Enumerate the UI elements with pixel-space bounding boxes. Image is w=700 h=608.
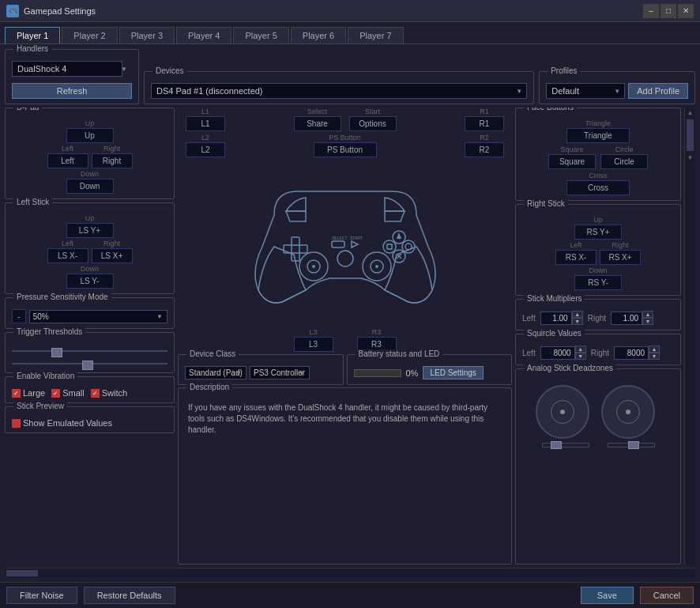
horizontal-scrollbar[interactable] (5, 568, 695, 577)
close-button[interactable]: ✕ (678, 4, 694, 18)
tab-player6[interactable]: Player 6 (291, 27, 346, 43)
select-toplabel: Select (294, 108, 341, 115)
mult-left-up[interactable]: ▲ (572, 311, 583, 318)
tab-player3[interactable]: Player 3 (119, 27, 175, 43)
refresh-button[interactable]: Refresh (12, 83, 132, 99)
trigger-slider-1-thumb[interactable] (51, 348, 62, 357)
squircle-right-input[interactable] (614, 346, 649, 360)
sensitivity-select-wrapper: 50% (29, 310, 167, 323)
profile-select[interactable]: Default (546, 83, 625, 99)
scroll-up-arrow[interactable]: ▲ (685, 108, 695, 118)
horiz-scroll-thumb[interactable] (6, 570, 38, 576)
ls-up-button[interactable]: LS Y+ (66, 223, 114, 238)
main-scrollbar[interactable]: ▲ ▼ (684, 108, 695, 565)
vibration-large-checkbox[interactable]: Large (12, 388, 45, 398)
vibration-switch-check (91, 389, 100, 398)
trigger-slider-1[interactable] (12, 350, 167, 352)
vibration-switch-checkbox[interactable]: Switch (91, 388, 127, 398)
mult-right-down[interactable]: ▼ (642, 318, 653, 325)
dpad-up-button[interactable]: Up (66, 128, 114, 143)
device-select[interactable]: DS4 Pad #1 (disconnected) (151, 83, 527, 99)
circle-button[interactable]: Circle (600, 154, 648, 169)
triangle-button[interactable]: Triangle (566, 128, 630, 143)
handler-select[interactable]: DualShock 4 (12, 61, 122, 77)
ls-right-button[interactable]: LS X+ (92, 248, 133, 263)
tab-player5[interactable]: Player 5 (233, 27, 288, 43)
r1-button[interactable]: R1 (465, 116, 504, 131)
rs-right-button[interactable]: RS X+ (600, 250, 641, 265)
squircle-values-section: Squircle Values Left ▲ ▼ Right (515, 334, 681, 365)
l2-button[interactable]: L2 (186, 142, 225, 157)
squircle-right-down[interactable]: ▼ (649, 353, 660, 360)
deadzone-left-thumb[interactable] (551, 441, 562, 449)
ls-up-group: Up LS Y+ (66, 214, 114, 238)
battery-label: Battery status and LED (356, 349, 443, 358)
dpad-up-group: Up Up (66, 119, 114, 143)
ps-button[interactable]: PS Button (314, 142, 377, 157)
maximize-button[interactable]: □ (660, 4, 676, 18)
trigger-slider-2-thumb[interactable] (82, 361, 93, 370)
rs-down-button[interactable]: RS Y- (574, 275, 622, 290)
rs-up-button[interactable]: RS Y+ (574, 225, 622, 240)
ls-left-button[interactable]: LS X- (47, 248, 88, 263)
device-battery-row: Device Class Standard (Pad) PS3 Controll… (178, 354, 512, 385)
trigger-slider-2[interactable] (12, 363, 167, 364)
square-button[interactable]: Square (548, 154, 596, 169)
ls-down-button[interactable]: LS Y- (66, 274, 114, 289)
rs-left-toplabel: Left (555, 241, 597, 249)
rs-left-button[interactable]: RS X- (555, 250, 597, 265)
sensitivity-select[interactable]: 50% (29, 310, 167, 323)
tab-player4[interactable]: Player 4 (176, 27, 231, 43)
deadzone-left-slider[interactable] (542, 443, 589, 448)
sensitivity-minus-button[interactable]: - (12, 309, 26, 323)
devices-section: Devices DS4 Pad #1 (disconnected) (144, 71, 534, 104)
mult-left-down[interactable]: ▼ (572, 318, 583, 325)
squircle-right-up[interactable]: ▲ (649, 346, 660, 353)
mult-right-input[interactable] (611, 312, 642, 325)
mult-left-input[interactable] (540, 312, 572, 325)
device-type-wrapper: Standard (Pad) (185, 366, 247, 380)
deadzone-right-slider[interactable] (608, 443, 655, 448)
ps-group: PS Button PS Button (314, 134, 377, 157)
l1-button[interactable]: L1 (186, 116, 225, 131)
dpad-left-button[interactable]: Left (47, 153, 88, 168)
filter-noise-button[interactable]: Filter Noise (6, 587, 77, 604)
vibration-small-checkbox[interactable]: Small (51, 388, 85, 398)
device-type-select[interactable]: Standard (Pad) (185, 366, 247, 380)
select-button[interactable]: Share (294, 116, 341, 131)
deadzone-right-thumb[interactable] (628, 441, 639, 449)
dpad-section: D-Pad Up Up Left Left Right (5, 108, 175, 199)
left-stick-grid: Up LS Y+ Left LS X- Right LS X+ (12, 214, 167, 289)
tab-player7[interactable]: Player 7 (348, 27, 403, 43)
cross-button[interactable]: Cross (566, 180, 630, 195)
dpad-right-button[interactable]: Right (92, 153, 133, 168)
minimize-button[interactable]: – (643, 4, 659, 18)
start-button[interactable]: Options (349, 116, 397, 131)
mult-left-label: Left (522, 314, 536, 323)
tab-player1[interactable]: Player 1 (5, 27, 60, 43)
add-profile-button[interactable]: Add Profile (628, 83, 688, 99)
l3-r3-row: L3 L3 R3 R3 (178, 328, 512, 352)
face-buttons-section: Face Buttons Triangle Triangle Square Sq… (515, 108, 681, 201)
dpad-down-button[interactable]: Down (66, 179, 114, 194)
deadzone-right-inner (616, 400, 640, 424)
r2-button[interactable]: R2 (465, 142, 504, 157)
tab-player2[interactable]: Player 2 (62, 27, 117, 43)
battery-bar (354, 369, 401, 377)
led-settings-button[interactable]: LED Settings (423, 366, 483, 380)
mult-right-up[interactable]: ▲ (642, 311, 653, 318)
device-controller-select[interactable]: PS3 Controller (250, 366, 310, 380)
center-panel: L1 L1 L2 L2 Select Share (178, 108, 512, 565)
squircle-left-input[interactable] (540, 346, 575, 360)
save-button[interactable]: Save (581, 587, 634, 604)
cancel-button[interactable]: Cancel (640, 587, 694, 604)
show-emulated-values-checkbox[interactable]: Show Emulated Values (12, 418, 167, 428)
scrollbar-thumb[interactable] (687, 119, 694, 151)
squircle-left-down[interactable]: ▼ (575, 353, 586, 360)
squircle-left-up[interactable]: ▲ (575, 346, 586, 353)
show-emulated-label: Show Emulated Values (23, 418, 112, 428)
restore-defaults-button[interactable]: Restore Defaults (84, 587, 175, 604)
scroll-down-arrow[interactable]: ▼ (685, 153, 695, 163)
svg-point-7 (402, 240, 415, 253)
l3-button[interactable]: L3 (294, 337, 333, 352)
